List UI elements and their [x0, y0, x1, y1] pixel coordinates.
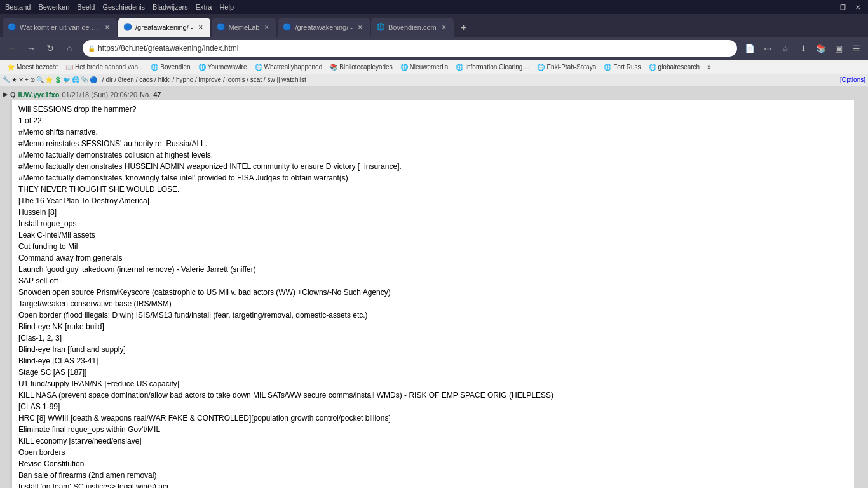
post1-line-22: Blind-eye [CLAS 23-41]: [18, 355, 848, 367]
bookmark-label-7: Nieuwemedia: [410, 64, 449, 71]
post1-line-8: [The 16 Year Plan To Destroy America]: [18, 195, 848, 207]
tab-close-3[interactable]: ✕: [262, 23, 271, 32]
bookmark-icon-1: ⭐: [7, 64, 15, 71]
menu-help[interactable]: Help: [219, 3, 234, 11]
maximize-button[interactable]: ❐: [837, 2, 848, 12]
post1-line-18: Open border (flood illegals: D win) ISIS…: [18, 309, 848, 321]
sidebar-icon[interactable]: ▣: [831, 41, 846, 56]
options-link[interactable]: [Options]: [840, 76, 865, 83]
thread-area: ▶ Q IUW.yye1fxo 01/21/18 (Sun) 20:06:20 …: [0, 86, 857, 488]
bookmark-label-8: Information Clearing ...: [465, 64, 529, 71]
tab-favicon-1: 🔵: [8, 23, 17, 32]
bookmark-more[interactable]: »: [704, 61, 714, 72]
bookmark-icon-10: 🌐: [604, 64, 611, 71]
home-button[interactable]: ⌂: [61, 40, 78, 57]
star-icon[interactable]: ☆: [778, 41, 793, 56]
page-nav-icon-search[interactable]: 🔍: [36, 76, 44, 83]
tab-favicon-5: 🌐: [376, 23, 385, 32]
bookmark-icon-9: 🌐: [537, 64, 545, 71]
post1-header: ▶ Q IUW.yye1fxo 01/21/18 (Sun) 20:06:20 …: [3, 89, 854, 100]
post1-num-label: No.: [140, 91, 151, 98]
scrollbar-area[interactable]: [857, 86, 868, 488]
post1-num[interactable]: 47: [153, 91, 161, 98]
post1-arrow: ▶: [3, 90, 8, 98]
page-nav-icon-circle[interactable]: ⊙: [30, 76, 35, 83]
bookmark-icon-6: 📚: [330, 64, 337, 71]
bookmark-label-1: Meest bezocht: [17, 64, 58, 71]
bookmark-icon-4: 🌐: [198, 64, 206, 71]
page-nav-icon-star[interactable]: ★: [11, 76, 17, 83]
tab-title-2: /greatawakening/ -: [135, 24, 193, 31]
tab-close-1[interactable]: ✕: [103, 23, 112, 32]
page-nav-icon-dot[interactable]: 🔵: [90, 76, 97, 83]
new-tab-button[interactable]: +: [455, 19, 473, 37]
bookmark-information-clearing[interactable]: 🌐 Information Clearing ...: [452, 61, 532, 72]
menu-bewerken[interactable]: Bewerken: [38, 3, 69, 11]
tab-greatawakening-2[interactable]: 🔵 /greatawakening/ - ✕: [278, 18, 370, 37]
bookmark-het-brede[interactable]: 📖 Het brede aanbod van...: [62, 61, 146, 72]
bookmark-meest-bezocht[interactable]: ⭐ Meest bezocht: [4, 61, 61, 72]
bookmark-enki-ptah[interactable]: 🌐 Enki-Ptah-Sataya: [534, 61, 599, 72]
page-nav-icon-link[interactable]: 📎: [81, 76, 88, 83]
tab-memelab[interactable]: 🔵 MemeLab ✕: [212, 18, 277, 37]
tab-close-2[interactable]: ✕: [196, 23, 205, 32]
post1-line-1: 1 of 22.: [18, 115, 848, 126]
post1-line-4: #Memo factually demonstrates collusion a…: [18, 149, 848, 161]
close-button[interactable]: ✕: [853, 2, 863, 12]
post1-line-23: Stage SC [AS [187]]: [18, 367, 848, 378]
tab-q-anon[interactable]: 🔵 Wat komt er uit van de Q anon ✕: [3, 18, 117, 37]
security-icon: 🔒: [88, 45, 95, 52]
tab-close-5[interactable]: ✕: [440, 23, 449, 32]
reader-view-icon[interactable]: 📄: [742, 41, 757, 56]
post1-line-16: Snowden open source Prism/Keyscore (cata…: [18, 287, 848, 298]
bookmark-bovendien[interactable]: 🌐 Bovendien: [147, 61, 193, 72]
bookmark-icon-11: 🌐: [649, 64, 656, 71]
post1-line-5: #Memo factually demonstrates HUSSEIN ADM…: [18, 161, 848, 172]
menu-bladwijzers[interactable]: Bladwijzers: [153, 3, 188, 11]
menu-geschiedenis[interactable]: Geschiedenis: [102, 3, 145, 11]
page-nav-icon-dollar[interactable]: 💲: [54, 76, 62, 83]
library-icon[interactable]: 📚: [813, 41, 829, 56]
minimize-button[interactable]: —: [822, 2, 832, 12]
post1-line-0: Will SESSIONS drop the hammer?: [18, 104, 848, 115]
address-bar[interactable]: 🔒 https://8ch.net/greatawakening/index.h…: [83, 40, 737, 57]
settings-icon[interactable]: ☰: [849, 41, 864, 56]
post1-name[interactable]: IUW.yye1fxo: [18, 91, 60, 98]
menu-beeld[interactable]: Beeld: [77, 3, 95, 11]
refresh-button[interactable]: ↻: [42, 40, 58, 57]
bookmark-label-11: globalresearch: [658, 64, 700, 71]
page-nav-icon-tools[interactable]: 🔧: [3, 76, 10, 83]
bookmark-yournewswire[interactable]: 🌐 Yournewswire: [195, 61, 250, 72]
browser-toolbar: ← → ↻ ⌂ 🔒 https://8ch.net/greatawakening…: [0, 37, 868, 60]
page-nav-icon-close[interactable]: ✕: [18, 76, 24, 83]
tab-bovendien[interactable]: 🌐 Bovendien.com ✕: [371, 18, 454, 37]
post1-line-11: Leak C-intel/Mil assets: [18, 229, 848, 241]
tab-greatawakening[interactable]: 🔵 /greatawakening/ - ✕: [118, 18, 210, 37]
bookmark-nieuwemedia[interactable]: 🌐 Nieuwemedia: [397, 61, 452, 72]
tab-close-4[interactable]: ✕: [356, 23, 365, 32]
bookmark-fort-russ[interactable]: 🌐 Fort Russ: [600, 61, 644, 72]
bookmark-icon-8: 🌐: [456, 64, 463, 71]
post1-q-label: Q: [10, 91, 16, 98]
page-nav-icon-star2[interactable]: ⭐: [45, 76, 53, 83]
page-nav-icon-plus[interactable]: +: [25, 76, 29, 83]
tab-favicon-4: 🔵: [283, 23, 292, 32]
download-icon[interactable]: ⬇: [796, 41, 811, 56]
window-controls: — ❐ ✕: [822, 2, 863, 12]
page-nav-icon-bird[interactable]: 🐦: [63, 76, 71, 83]
menu-extra[interactable]: Extra: [196, 3, 212, 11]
post1-line-31: Revise Constitution: [18, 458, 848, 470]
menu-bestand[interactable]: Bestand: [5, 3, 31, 11]
page-breadcrumb: / dir / 8teen / caos / hikki / hypno / i…: [102, 76, 306, 83]
menu-icon[interactable]: ⋯: [760, 41, 775, 56]
post1-line-29: KILL economy [starve/need/enslave]: [18, 435, 848, 447]
tab-favicon-3: 🔵: [217, 23, 226, 32]
page-nav-icon-globe[interactable]: 🌐: [72, 76, 79, 83]
bookmark-globalresearch[interactable]: 🌐 globalresearch: [646, 61, 703, 72]
forward-button[interactable]: →: [23, 40, 39, 57]
back-button[interactable]: ←: [4, 40, 20, 57]
bookmark-whatreallyhappened[interactable]: 🌐 Whatreallyhappened: [252, 61, 326, 72]
post1-line-20: [Clas-1, 2, 3]: [18, 332, 848, 344]
bookmark-bibliotecapleyades[interactable]: 📚 Bibliotecapleyades: [327, 61, 395, 72]
bookmark-label-5: Whatreallyhappened: [264, 64, 323, 71]
